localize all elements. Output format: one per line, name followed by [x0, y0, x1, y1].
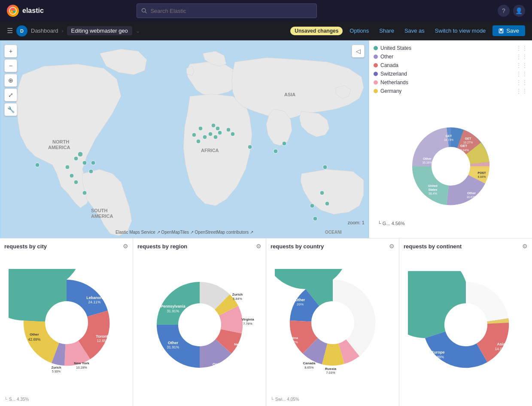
svg-point-73 — [178, 303, 221, 346]
legend-item-4: Netherlands ⋮⋮ — [374, 79, 528, 86]
svg-text:7.03%: 7.03% — [326, 371, 335, 375]
nav-icons: ? 👤 — [498, 5, 525, 17]
svg-text:Russia: Russia — [325, 367, 336, 371]
legend-dot-5 — [374, 89, 378, 93]
legend-drag-3[interactable]: ⋮⋮ — [516, 70, 528, 77]
svg-point-25 — [82, 191, 87, 195]
save-button[interactable]: Save — [492, 25, 525, 36]
zoom-level: zoom: 1 — [348, 220, 365, 225]
legend-label-2: Canada — [380, 62, 398, 68]
svg-text:Other: Other — [30, 333, 39, 336]
svg-text:GET: GET — [445, 134, 452, 137]
svg-point-43 — [325, 201, 329, 206]
svg-point-41 — [323, 165, 327, 169]
user-icon[interactable]: 👤 — [513, 5, 525, 17]
world-map: NORTH AMERICA SOUTH AMERICA AFRICA ASIA … — [0, 40, 369, 238]
legend-drag-0[interactable]: ⋮⋮ — [516, 45, 528, 52]
legend-drag-4[interactable]: ⋮⋮ — [516, 79, 528, 86]
svg-point-46 — [432, 147, 470, 186]
svg-text:New York: New York — [74, 361, 89, 365]
svg-point-24 — [74, 180, 78, 184]
save-as-button[interactable]: Save as — [401, 26, 428, 36]
svg-text:States: States — [428, 188, 437, 191]
svg-text:Ontario: Ontario — [212, 362, 225, 366]
svg-point-32 — [218, 131, 222, 135]
svg-text:42.69%: 42.69% — [28, 337, 40, 342]
help-icon[interactable]: ? — [498, 5, 510, 17]
breadcrumb-current[interactable]: Editing webmaster geo — [67, 26, 132, 35]
legend-label-3: Switzerland — [380, 71, 407, 77]
zoom-in-button[interactable]: + — [4, 45, 17, 58]
svg-point-33 — [216, 126, 220, 131]
legend-drag-2[interactable]: ⋮⋮ — [516, 62, 528, 69]
region-gear-button[interactable]: ⚙ — [256, 243, 261, 250]
legend-item-3: Switzerland ⋮⋮ — [374, 70, 528, 77]
map-container[interactable]: + − ⊕ ⤢ 🔧 ◁ — [0, 40, 369, 238]
svg-point-16 — [35, 163, 40, 167]
svg-point-28 — [196, 139, 201, 143]
svg-point-37 — [198, 126, 203, 131]
chart-region-title: requests by region ⚙ — [137, 243, 261, 250]
svg-text:10.28%: 10.28% — [76, 366, 87, 369]
svg-text:6.84%: 6.84% — [477, 175, 486, 178]
svg-point-35 — [226, 128, 231, 132]
svg-text:30.04%: 30.04% — [459, 149, 469, 152]
legend-drag-1[interactable]: ⋮⋮ — [516, 53, 528, 60]
breadcrumb-chevron[interactable]: ⌄ — [136, 28, 140, 34]
legend-label-1: Other — [380, 54, 393, 60]
svg-point-0 — [9, 7, 16, 14]
breadcrumb-bar: ☰ D Dashboard › Editing webmaster geo ⌄ … — [0, 21, 532, 40]
svg-point-29 — [203, 135, 207, 139]
svg-point-17 — [65, 165, 70, 169]
search-bar[interactable] — [137, 3, 317, 18]
svg-text:14.05%: 14.05% — [495, 347, 507, 351]
bottom-row: requests by city ⚙ — [0, 238, 532, 406]
city-note: └S... 4.35% — [4, 397, 128, 402]
svg-text:Zurich: Zurich — [232, 293, 243, 296]
legend-item-1: Other ⋮⋮ — [374, 53, 528, 60]
country-gear-button[interactable]: ⚙ — [389, 243, 395, 250]
breadcrumb-home[interactable]: Dashboard — [31, 27, 58, 34]
expand-button[interactable]: ⤢ — [4, 89, 17, 101]
chart-region: requests by region ⚙ — [133, 238, 266, 406]
svg-text:21.89%: 21.89% — [432, 355, 444, 359]
legend-item-5: Germany ⋮⋮ — [374, 88, 528, 95]
svg-text:States: States — [340, 317, 351, 321]
svg-text:5.93%: 5.93% — [52, 370, 61, 373]
legend-drag-5[interactable]: ⋮⋮ — [516, 88, 528, 95]
svg-point-21 — [91, 161, 95, 165]
city-gear-button[interactable]: ⚙ — [123, 243, 128, 250]
city-donut-wrapper: Lebanon 24.11% Toronto 12.65% New York 1… — [4, 252, 128, 397]
svg-text:Other: Other — [167, 341, 178, 345]
svg-point-42 — [320, 191, 324, 195]
continent-gear-button[interactable]: ⚙ — [522, 243, 528, 250]
share-button[interactable]: Share — [376, 26, 398, 36]
chart-country: requests by country ⚙ — [266, 238, 399, 406]
menu-toggle[interactable]: ☰ — [7, 27, 13, 35]
unsaved-badge: Unsaved changes — [290, 27, 343, 35]
switch-mode-button[interactable]: Switch to view mode — [432, 26, 489, 36]
legend-dot-4 — [374, 80, 378, 85]
legend-dot-0 — [374, 46, 378, 50]
legend-dot-2 — [374, 63, 378, 67]
svg-text:ASIA: ASIA — [284, 92, 295, 97]
collapse-button[interactable]: ◁ — [352, 45, 365, 58]
main-pie-container: GET 30.04% POST 6.84% Other 18.63% Unite… — [374, 99, 528, 234]
continent-donut-wrapper: North America 63.78% Europe 21.89% Asia … — [404, 252, 528, 402]
svg-text:18.63%: 18.63% — [466, 195, 477, 198]
svg-point-18 — [74, 156, 78, 161]
country-note: └Swi... 4.05% — [271, 397, 395, 402]
svg-text:20%: 20% — [296, 302, 303, 306]
search-input[interactable] — [150, 8, 312, 14]
locate-button[interactable]: ⊕ — [4, 74, 17, 87]
legend-label-5: Germany — [380, 88, 401, 94]
map-label-na: NORTH — [52, 139, 69, 144]
chart-continent-title: requests by continent ⚙ — [404, 243, 528, 250]
tools-button[interactable]: 🔧 — [4, 103, 17, 116]
svg-point-22 — [89, 169, 93, 174]
options-button[interactable]: Options — [346, 26, 372, 36]
svg-text:16.73%: 16.73% — [444, 138, 453, 141]
zoom-out-button[interactable]: − — [4, 59, 17, 72]
search-icon — [141, 8, 147, 14]
logo[interactable]: elastic — [7, 5, 44, 17]
